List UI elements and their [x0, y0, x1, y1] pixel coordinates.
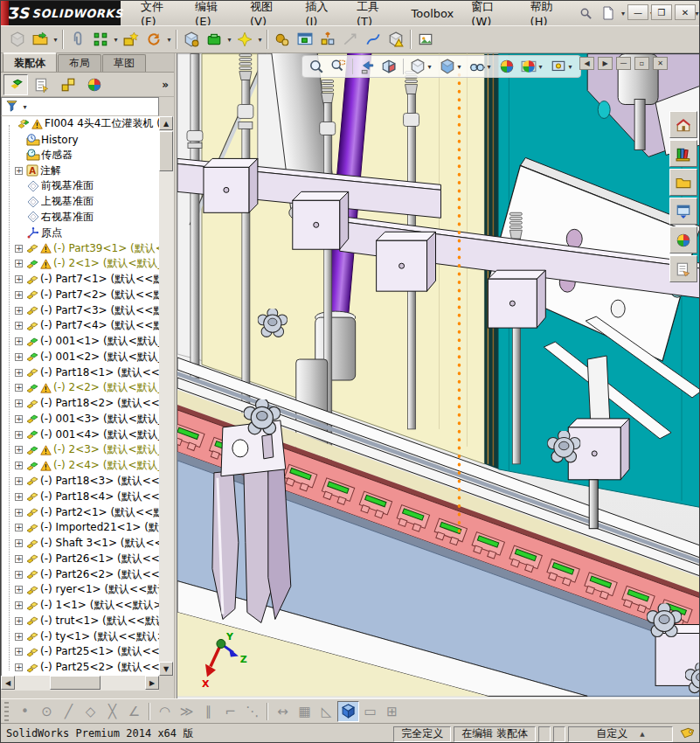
expand-toggle-icon[interactable]: +	[15, 462, 23, 469]
tree-item[interactable]: +(-) ty<1> (默认<<默认>_	[2, 628, 159, 644]
insert-component-button[interactable]	[6, 28, 29, 51]
view-settings-button[interactable]: ▾	[548, 57, 577, 76]
panel-overflow-chevron[interactable]: »	[162, 79, 169, 91]
rotate-component-caret-icon[interactable]: ▾	[165, 36, 173, 44]
view-palette-button[interactable]	[669, 198, 697, 225]
doc-restore-button[interactable]: ▫	[634, 57, 649, 70]
expand-toggle-icon[interactable]: +	[15, 648, 23, 656]
view-settings-caret-icon[interactable]: ▾	[566, 63, 574, 71]
trim-tool-button[interactable]: ╳	[101, 701, 123, 722]
tree-item[interactable]: +(-) Part7<4> (默认<<默认	[2, 318, 159, 334]
scroll-right-button[interactable]: ▶	[145, 676, 159, 690]
tab-布局[interactable]: 布局	[58, 54, 101, 72]
3d-assembly-scene[interactable]: Y Z X	[177, 53, 700, 698]
tree-item[interactable]: +(-) Part18<1> (默认<<默	[2, 365, 159, 380]
tree-item[interactable]: 上视基准面	[2, 194, 159, 210]
expand-toggle-icon[interactable]: +	[15, 415, 23, 423]
expand-toggle-icon[interactable]: +	[15, 384, 23, 392]
explode-line-sketch-button[interactable]	[339, 28, 362, 51]
stretch-tool-button[interactable]: ↔	[272, 701, 294, 722]
display-manager-tab[interactable]	[82, 74, 107, 95]
zoom-to-area-button[interactable]	[328, 57, 349, 76]
doc-next-button[interactable]: ▶	[598, 57, 613, 70]
tree-item[interactable]: +(-) Part39<1> (默认<	[2, 240, 159, 256]
tree-item[interactable]: 前视基准面	[2, 178, 159, 194]
doc-close-button[interactable]: ✕	[653, 57, 668, 70]
tree-item[interactable]: 右视基准面	[2, 210, 159, 226]
display-style-button[interactable]: ▾	[437, 57, 466, 76]
expand-toggle-icon[interactable]: +	[15, 493, 23, 501]
move-component-button[interactable]	[180, 28, 203, 51]
graphics-viewport[interactable]: Y Z X ▾▾▾▾▾ ◀▶—▫✕	[177, 53, 700, 698]
expand-toggle-icon[interactable]: +	[15, 291, 23, 299]
offset-tool-button[interactable]: ≫	[176, 701, 198, 722]
tree-item[interactable]: +(-) Part2<1> (默认<<默认	[2, 504, 159, 520]
open-assembly-button[interactable]	[29, 28, 52, 51]
parallel-tool-button[interactable]: ∥	[198, 701, 219, 722]
feature-manager-tab[interactable]	[3, 74, 28, 95]
tree-item[interactable]: FI004 4头4工位灌装机 (默	[2, 116, 159, 132]
tree-item[interactable]: +(-) Part26<1> (默认<<默	[2, 551, 159, 566]
design-library-button[interactable]	[669, 140, 697, 167]
home-button[interactable]	[669, 111, 697, 138]
assembly-tools-button[interactable]	[203, 28, 225, 51]
hide-show-items-button[interactable]: ▾	[467, 57, 496, 76]
shaded-view-button[interactable]	[337, 701, 359, 722]
tree-item[interactable]: +A注解	[2, 163, 159, 178]
view-orientation-button[interactable]: ▾	[407, 57, 436, 76]
tree-item[interactable]: +(-) Part18<4> (默认<<默	[2, 489, 159, 504]
filter-caret-icon[interactable]: ▾	[21, 103, 29, 111]
tree-item[interactable]: +(-) 001<2> (默认<默认_显	[2, 349, 159, 365]
scroll-left-button[interactable]: ◀	[1, 676, 15, 690]
scroll-down-button[interactable]: ▼	[159, 662, 173, 676]
expand-toggle-icon[interactable]: +	[15, 601, 23, 609]
new-document-icon[interactable]	[599, 4, 618, 22]
tree-item[interactable]: History	[2, 132, 159, 148]
section-view-button[interactable]	[378, 57, 399, 76]
vertical-scroll-thumb[interactable]	[159, 131, 173, 171]
line-tool-button[interactable]: ╱	[58, 701, 80, 722]
tree-item[interactable]: +(-) 2<4> (默认<默认_	[2, 458, 159, 474]
property-manager-tab[interactable]	[30, 74, 54, 95]
scroll-up-button[interactable]: ▲	[159, 116, 173, 130]
hide-show-items-caret-icon[interactable]: ▾	[485, 63, 493, 71]
spline-tool-button[interactable]: ⋱	[241, 701, 263, 722]
appearances-button[interactable]	[669, 226, 697, 253]
point-tool-button[interactable]: •	[14, 701, 36, 722]
tree-item[interactable]: +(-) Part7<3> (默认<<默认	[2, 302, 159, 318]
tree-item[interactable]: +(-) trut<1> (默认<<默认	[2, 614, 159, 629]
search-icon[interactable]	[577, 4, 596, 22]
toolbar-drag-handle[interactable]	[4, 702, 9, 721]
expand-toggle-icon[interactable]: +	[15, 307, 23, 315]
expand-toggle-icon[interactable]: +	[15, 369, 23, 377]
expand-toggle-icon[interactable]: +	[15, 663, 23, 671]
expand-toggle-icon[interactable]: +	[15, 509, 23, 517]
reference-geometry-button[interactable]	[233, 28, 256, 51]
assembly-window-button[interactable]	[294, 28, 316, 51]
expand-toggle-icon[interactable]: +	[15, 539, 23, 547]
expand-toggle-icon[interactable]: +	[15, 524, 23, 531]
tree-item[interactable]: +(-) Part26<2> (默认<<默	[2, 566, 159, 582]
expand-toggle-icon[interactable]: +	[15, 555, 23, 563]
viewport-layout-button[interactable]: ⊞	[381, 701, 403, 722]
tree-item[interactable]: +(-) Part25<2> (默认<<默	[2, 660, 159, 676]
tab-装配体[interactable]: 装配体	[3, 52, 57, 72]
expand-toggle-icon[interactable]: +	[15, 399, 23, 407]
window-restore-button[interactable]: ❒	[651, 4, 672, 20]
tree-item[interactable]: +(-) 2<2> (默认<默认_	[2, 380, 159, 396]
interference-detection-button[interactable]	[385, 28, 407, 51]
window-minimize-button[interactable]: —	[627, 4, 648, 20]
expand-toggle-icon[interactable]: +	[15, 477, 23, 485]
reference-geometry-caret-icon[interactable]: ▾	[256, 36, 264, 44]
tree-item[interactable]: +(-) Part7<2> (默认<<默认	[2, 287, 159, 302]
apply-scene-button[interactable]: ▾	[518, 57, 547, 76]
tree-item[interactable]: +(-) ryer<1> (默认<<默认	[2, 582, 159, 598]
apply-scene-caret-icon[interactable]: ▾	[537, 63, 544, 71]
tree-item[interactable]: +(-) Part18<2> (默认<<默	[2, 396, 159, 412]
expand-toggle-icon[interactable]: +	[15, 275, 23, 283]
edit-appearance-button[interactable]	[496, 57, 517, 76]
component-pattern-caret-icon[interactable]: ▾	[112, 36, 120, 44]
tree-item[interactable]: +(-) Part18<3> (默认<<默	[2, 474, 159, 490]
tree-item[interactable]: +(-) 001<4> (默认<默认_显	[2, 427, 159, 442]
curve-button[interactable]	[362, 28, 385, 51]
